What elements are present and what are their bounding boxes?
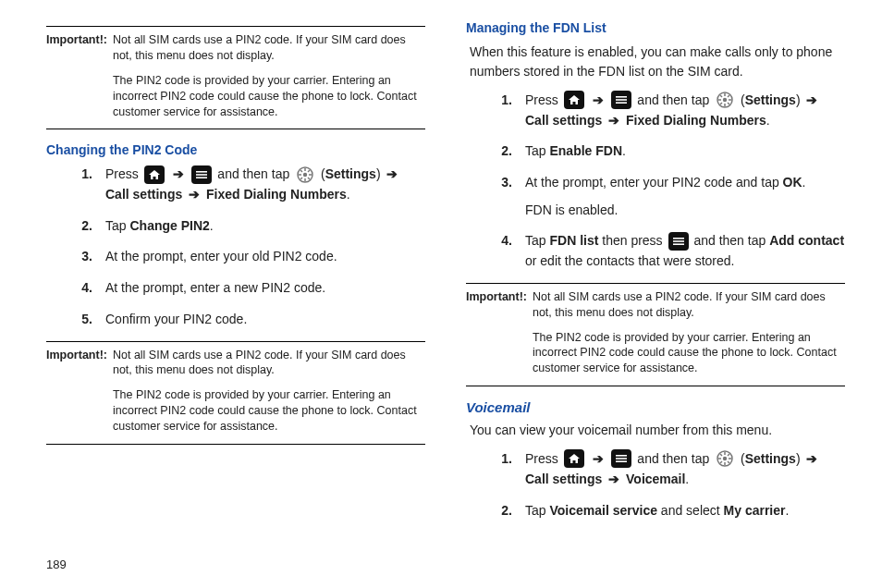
list-item: 1. Press ➔ and then tap (Settings) ➔ Cal…	[466, 449, 845, 489]
arrow-icon: ➔	[608, 113, 623, 128]
text: Tap	[525, 143, 549, 158]
text: and then tap	[637, 451, 713, 466]
step-body: Tap FDN list then press and then tap Add…	[525, 231, 845, 271]
text: Press	[105, 166, 142, 181]
important-label: Important!:	[46, 348, 109, 438]
text: and then tap	[637, 92, 713, 107]
svg-rect-13	[616, 96, 627, 98]
text: )	[796, 92, 804, 107]
svg-rect-27	[673, 240, 684, 242]
list-item: 4. Tap FDN list then press and then tap …	[466, 231, 845, 271]
menu-icon	[611, 91, 631, 109]
text: Press	[525, 451, 562, 466]
arrow-icon: ➔	[806, 451, 817, 466]
important-paragraph: Not all SIM cards use a PIN2 code. If yo…	[113, 32, 425, 64]
svg-line-25	[720, 103, 722, 104]
bold-text: Change PIN2	[129, 218, 209, 233]
bold-text: Voicemail	[626, 472, 685, 486]
step-body: At the prompt, enter a new PIN2 code.	[105, 278, 425, 299]
step-number: 2.	[46, 216, 92, 237]
text: )	[376, 166, 385, 181]
step-number: 4.	[46, 278, 92, 299]
important-note: Important!: Not all SIM cards use a PIN2…	[46, 32, 425, 123]
important-label: Important!:	[466, 289, 529, 380]
step-body: Press ➔ and then tap (Settings) ➔ Call s…	[525, 91, 845, 130]
bold-text: Settings	[745, 92, 796, 107]
list-item: 4. At the prompt, enter a new PIN2 code.	[46, 278, 425, 299]
settings-icon	[715, 91, 735, 109]
home-icon	[564, 449, 584, 468]
step-body: Tap Enable FDN.	[525, 141, 845, 162]
step-number: 1.	[466, 91, 512, 130]
svg-rect-29	[616, 455, 627, 457]
bold-text: Add contact	[769, 233, 844, 248]
divider	[46, 129, 425, 129]
step-number: 1.	[466, 449, 512, 489]
section-heading: Managing the FDN List	[466, 20, 845, 35]
text: )	[796, 451, 804, 466]
important-paragraph: Not all SIM cards use a PIN2 code. If yo…	[533, 289, 845, 321]
bold-text: FDN list	[549, 233, 598, 248]
important-paragraph: The PIN2 code is provided by your carrie…	[113, 387, 425, 435]
bold-text: Settings	[325, 166, 376, 181]
text: Press	[525, 92, 562, 107]
arrow-icon: ➔	[173, 166, 184, 181]
step-body: At the prompt, enter your PIN2 code and …	[525, 173, 845, 220]
divider	[46, 341, 425, 342]
arrow-icon: ➔	[806, 92, 817, 107]
home-icon	[144, 165, 165, 184]
svg-line-9	[300, 170, 302, 172]
text: and then tap	[693, 233, 769, 248]
step-list: 1. Press ➔ and then tap (Settings) ➔ Cal…	[466, 449, 845, 521]
list-item: 3. At the prompt, enter your old PIN2 co…	[46, 247, 425, 267]
svg-rect-14	[616, 99, 627, 101]
svg-point-17	[723, 98, 727, 102]
step-number: 5.	[46, 310, 92, 330]
list-item: 5. Confirm your PIN2 code.	[46, 310, 425, 330]
step-body: Press ➔ and then tap (Settings) ➔ Call s	[105, 165, 425, 204]
svg-line-41	[720, 461, 722, 463]
important-paragraph: The PIN2 code is provided by your carrie…	[113, 73, 425, 120]
settings-icon	[715, 449, 735, 468]
step-body: Confirm your PIN2 code.	[105, 310, 425, 330]
svg-line-38	[720, 454, 722, 456]
svg-rect-28	[673, 243, 684, 245]
svg-line-12	[300, 178, 302, 179]
arrow-icon: ➔	[593, 92, 604, 107]
bold-text: Fixed Dialing Numbers	[206, 187, 347, 202]
list-item: 3. At the prompt, enter your PIN2 code a…	[466, 173, 845, 220]
arrow-icon: ➔	[386, 166, 398, 181]
list-item: 1. Press ➔ and then tap (Settings) ➔	[46, 165, 425, 204]
svg-point-33	[723, 457, 727, 460]
text: .	[802, 175, 806, 190]
svg-line-40	[728, 454, 729, 456]
step-body: Press ➔ and then tap (Settings) ➔ Call s…	[525, 449, 845, 489]
bold-text: Fixed Dialing Numbers	[626, 113, 766, 128]
svg-point-4	[303, 172, 307, 176]
important-paragraph: The PIN2 code is provided by your carrie…	[533, 330, 845, 377]
arrow-icon: ➔	[593, 451, 604, 466]
important-note: Important!: Not all SIM cards use a PIN2…	[46, 348, 425, 438]
divider	[466, 283, 845, 284]
svg-line-24	[728, 95, 729, 97]
bold-text: Call settings	[525, 113, 602, 128]
svg-rect-31	[616, 461, 627, 463]
text: At the prompt, enter your PIN2 code and …	[525, 175, 783, 190]
step-number: 3.	[46, 247, 92, 267]
svg-rect-26	[673, 238, 684, 239]
text: .	[210, 218, 214, 233]
arrow-icon: ➔	[189, 187, 203, 202]
svg-line-23	[728, 103, 729, 104]
text: Tap	[525, 503, 549, 518]
important-text: Not all SIM cards use a PIN2 code. If yo…	[533, 289, 845, 380]
step-body: At the prompt, enter your old PIN2 code.	[105, 247, 425, 267]
step-number: 2.	[466, 501, 512, 521]
svg-rect-1	[196, 174, 207, 176]
menu-icon	[611, 449, 631, 468]
arrow-icon: ➔	[608, 472, 623, 486]
divider	[46, 26, 425, 27]
home-icon	[564, 91, 584, 109]
bold-text: My carrier	[724, 503, 786, 518]
svg-line-10	[308, 178, 310, 179]
svg-line-22	[720, 95, 722, 97]
